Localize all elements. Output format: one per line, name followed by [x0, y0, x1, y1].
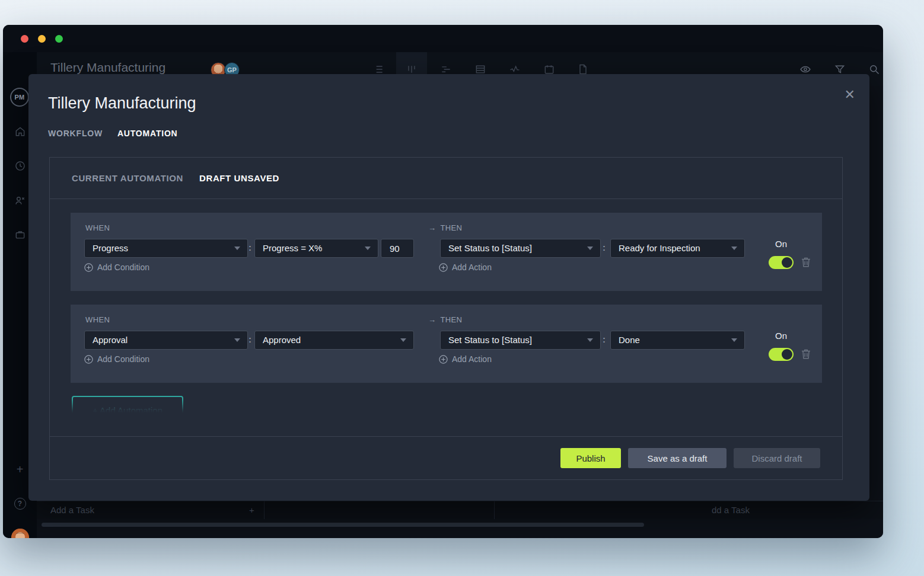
chevron-down-icon — [587, 338, 593, 342]
app-logo[interactable]: PM — [10, 88, 29, 107]
arrow-right-icon: → — [428, 315, 436, 324]
condition-value-input[interactable] — [381, 239, 414, 258]
then-label: → THEN — [428, 315, 462, 324]
modal-title: Tillery Manufacturing — [48, 94, 196, 113]
condition-field-dropdown[interactable]: Progress — [84, 239, 248, 258]
add-automation-wrap: + Add Automation — [72, 396, 184, 412]
condition-operator-dropdown[interactable]: Progress = X% — [254, 239, 378, 258]
add-action-button[interactable]: Add Action — [439, 354, 492, 364]
toggle-state-label: On — [769, 239, 794, 249]
tab-current-automation[interactable]: CURRENT AUTOMATION — [72, 173, 183, 183]
modal-tabs: WORKFLOW AUTOMATION — [48, 129, 178, 138]
toggle-state-label: On — [769, 331, 794, 341]
sheet-view-icon[interactable] — [474, 63, 486, 75]
action-type-dropdown[interactable]: Set Status to [Status] — [440, 331, 601, 350]
chevron-down-icon — [400, 338, 406, 342]
separator-colon: : — [603, 334, 606, 344]
chevron-down-icon — [731, 247, 737, 250]
discard-draft-button[interactable]: Discard draft — [734, 448, 820, 468]
action-value-dropdown[interactable]: Done — [610, 331, 745, 350]
publish-button[interactable]: Publish — [560, 448, 621, 468]
separator-colon: : — [248, 334, 251, 344]
condition-field-dropdown[interactable]: Approval — [84, 331, 248, 350]
horizontal-scrollbar[interactable] — [42, 523, 644, 527]
plus-circle-icon — [439, 355, 448, 364]
add-task-button[interactable]: Add a Task — [50, 505, 94, 515]
delete-rule-trash-icon[interactable] — [799, 255, 813, 268]
tab-workflow[interactable]: WORKFLOW — [48, 129, 103, 138]
add-task-plus-icon[interactable]: + — [249, 505, 254, 515]
board-add-task-row: Add a Task + dd a Task — [37, 501, 883, 519]
filter-icon[interactable] — [834, 63, 846, 75]
tab-draft-unsaved[interactable]: DRAFT UNSAVED — [199, 173, 279, 183]
rule-enabled-toggle[interactable] — [769, 348, 794, 361]
action-value-dropdown[interactable]: Ready for Inspection — [610, 239, 745, 258]
board-view-icon[interactable] — [406, 63, 418, 75]
list-view-icon[interactable] — [372, 63, 384, 75]
column-divider — [264, 501, 265, 519]
visibility-eye-icon[interactable] — [799, 63, 811, 75]
search-icon[interactable] — [868, 63, 880, 75]
chevron-down-icon — [587, 247, 593, 250]
close-icon[interactable]: ✕ — [845, 88, 855, 101]
chevron-down-icon — [234, 338, 240, 342]
when-label: WHEN — [85, 315, 110, 324]
rule-enabled-toggle[interactable] — [769, 256, 794, 269]
separator-colon: : — [603, 242, 606, 252]
column-divider — [494, 501, 495, 519]
chevron-down-icon — [365, 247, 371, 250]
plus-circle-icon — [439, 263, 448, 272]
arrow-right-icon: → — [428, 223, 436, 232]
tab-automation[interactable]: AUTOMATION — [117, 129, 178, 138]
add-task-button-right[interactable]: dd a Task — [712, 505, 750, 515]
panel-tabs: CURRENT AUTOMATION DRAFT UNSAVED — [50, 158, 842, 199]
add-condition-button[interactable]: Add Condition — [84, 263, 149, 272]
add-condition-button[interactable]: Add Condition — [84, 354, 149, 364]
close-window-button[interactable] — [21, 35, 28, 43]
user-avatar[interactable] — [3, 527, 37, 538]
add-automation-button[interactable]: + Add Automation — [72, 396, 183, 412]
calendar-view-icon[interactable] — [543, 63, 555, 75]
modal-footer: Publish Save as a draft Discard draft — [50, 436, 842, 479]
automation-panel: CURRENT AUTOMATION DRAFT UNSAVED WHEN Pr… — [49, 157, 843, 480]
chevron-down-icon — [234, 247, 240, 250]
desktop: PM + ? — [0, 0, 924, 576]
app-window: PM + ? — [3, 25, 883, 538]
window-titlebar — [3, 25, 883, 52]
then-label: → THEN — [428, 223, 462, 232]
add-action-button[interactable]: Add Action — [439, 263, 492, 272]
plus-circle-icon — [84, 263, 93, 272]
activity-view-icon[interactable] — [509, 63, 521, 75]
chevron-down-icon — [731, 338, 737, 342]
save-draft-button[interactable]: Save as a draft — [628, 448, 727, 468]
when-label: WHEN — [85, 223, 110, 232]
action-type-dropdown[interactable]: Set Status to [Status] — [440, 239, 601, 258]
files-view-icon[interactable] — [577, 63, 589, 75]
automation-modal: ✕ Tillery Manufacturing WORKFLOW AUTOMAT… — [28, 74, 869, 501]
delete-rule-trash-icon[interactable] — [799, 347, 813, 360]
gantt-view-icon[interactable] — [440, 63, 452, 75]
minimize-window-button[interactable] — [38, 35, 46, 43]
zoom-window-button[interactable] — [55, 35, 63, 43]
separator-colon: : — [248, 242, 251, 252]
condition-operator-dropdown[interactable]: Approved — [254, 331, 414, 350]
plus-circle-icon — [84, 355, 93, 364]
automation-rule-card: WHEN Progress : Progress = X% Add Condit… — [71, 213, 822, 291]
project-title: Tillery Manufacturing — [50, 60, 165, 75]
automation-rule-card: WHEN Approval : Approved Add Condition — [71, 305, 822, 383]
